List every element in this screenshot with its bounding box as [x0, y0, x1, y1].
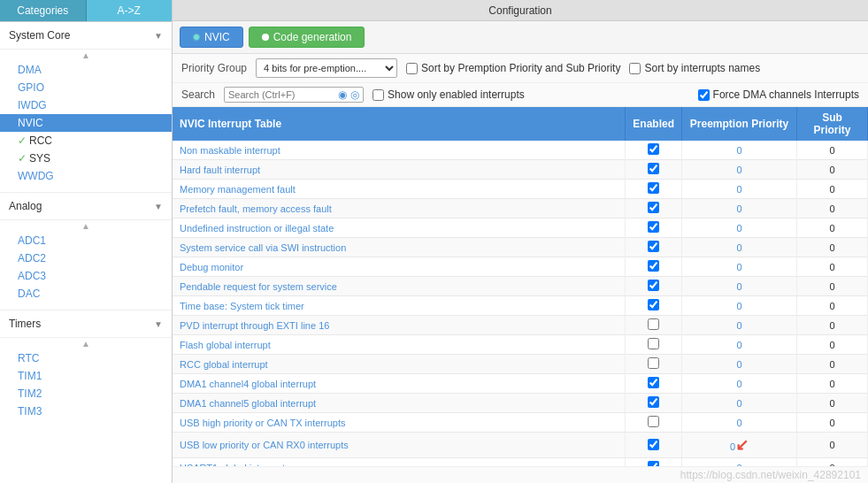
preemption-priority-cell: 0: [682, 458, 797, 467]
enabled-cell[interactable]: [626, 413, 682, 433]
interrupt-name-cell: Flash global interrupt: [173, 335, 626, 355]
tab-nvic[interactable]: NVIC: [180, 27, 243, 48]
enabled-cell[interactable]: [626, 316, 682, 335]
nvic-tabs-bar: NVIC Code generation: [173, 21, 868, 54]
preemption-priority-cell: 0: [682, 374, 797, 394]
enabled-cell[interactable]: [626, 180, 682, 199]
enabled-cell[interactable]: [626, 277, 682, 296]
sort-names-checkbox[interactable]: [629, 63, 641, 74]
sub-priority-cell: 0: [797, 218, 868, 238]
show-enabled-checkbox[interactable]: [373, 89, 384, 101]
table-row: DMA1 channel4 global interrupt00: [173, 374, 868, 394]
sidebar-item-adc1[interactable]: ADC1: [0, 232, 172, 249]
enabled-cell[interactable]: [626, 335, 682, 355]
sub-priority-cell: 0: [797, 257, 868, 277]
sidebar-item-tim3[interactable]: TIM3: [0, 402, 172, 420]
show-enabled-checkbox-wrap[interactable]: Show only enabled interrupts: [373, 88, 525, 101]
sidebar-section-header-analog[interactable]: Analog ▼: [0, 192, 172, 220]
interrupt-name-cell: DMA1 channel5 global interrupt: [173, 394, 626, 413]
sub-priority-cell: 0: [797, 335, 868, 355]
search-prev-icon[interactable]: ◉: [338, 88, 347, 101]
sidebar-tab-categories[interactable]: Categories: [0, 0, 87, 21]
controls-row2: Search ◉ ◎ Show only enabled interrupts …: [173, 83, 868, 107]
sidebar-section-header-timers[interactable]: Timers ▼: [0, 310, 172, 338]
col-enabled: Enabled: [626, 107, 682, 141]
interrupt-name-cell: RCC global interrupt: [173, 355, 626, 374]
table-row: DMA1 channel5 global interrupt00: [173, 394, 868, 413]
sidebar-section-system-core: System Core ▼ ▲ DMA GPIO IWDG NVIC ✓ RCC…: [0, 22, 172, 185]
table-row: RCC global interrupt00: [173, 355, 868, 374]
sort-premption-checkbox-wrap[interactable]: Sort by Premption Priority and Sub Prior…: [406, 62, 620, 74]
tab-code-generation[interactable]: Code generation: [249, 27, 365, 48]
col-interrupt-name: NVIC Interrupt Table: [173, 107, 626, 141]
force-dma-checkbox[interactable]: [698, 89, 710, 101]
sidebar: Categories A->Z System Core ▼ ▲ DMA GPIO…: [0, 0, 173, 483]
preemption-priority-cell: 0: [682, 316, 797, 335]
priority-group-select[interactable]: 4 bits for pre-emption....: [256, 58, 397, 78]
preemption-priority-cell: 0: [682, 394, 797, 413]
sidebar-item-iwdg[interactable]: IWDG: [0, 96, 172, 114]
enabled-cell[interactable]: [626, 160, 682, 180]
sub-priority-cell: 0: [797, 277, 868, 296]
interrupt-name-cell: Time base: System tick timer: [173, 296, 626, 316]
chevron-down-icon: ▼: [154, 31, 163, 41]
enabled-cell[interactable]: [626, 238, 682, 257]
sidebar-item-adc2[interactable]: ADC2: [0, 249, 172, 267]
sub-priority-cell: 0: [797, 238, 868, 257]
scroll-arrow-up-timers[interactable]: ▲: [0, 338, 172, 349]
preemption-priority-cell: 0: [682, 180, 797, 199]
preemption-priority-cell: 0: [682, 141, 797, 160]
sidebar-item-rcc[interactable]: ✓ RCC: [0, 132, 172, 150]
table-row: USB low priority or CAN RX0 interrupts0↙…: [173, 433, 868, 458]
search-next-icon[interactable]: ◎: [350, 88, 359, 101]
interrupt-name-cell: DMA1 channel4 global interrupt: [173, 374, 626, 394]
enabled-cell[interactable]: [626, 433, 682, 458]
enabled-cell[interactable]: [626, 394, 682, 413]
enabled-cell[interactable]: [626, 257, 682, 277]
sidebar-item-adc3[interactable]: ADC3: [0, 267, 172, 285]
sidebar-item-dma[interactable]: DMA: [0, 61, 172, 79]
sidebar-item-gpio[interactable]: GPIO: [0, 79, 172, 96]
sidebar-item-dac[interactable]: DAC: [0, 285, 172, 303]
sidebar-item-rtc[interactable]: RTC: [0, 349, 172, 367]
sort-premption-checkbox[interactable]: [406, 63, 418, 74]
col-preemption-priority: Preemption Priority: [682, 107, 797, 141]
preemption-priority-cell: 0: [682, 238, 797, 257]
search-input[interactable]: [228, 89, 334, 100]
preemption-priority-cell: 0: [682, 335, 797, 355]
sidebar-item-sys[interactable]: ✓ SYS: [0, 150, 172, 167]
sidebar-tab-atoz[interactable]: A->Z: [87, 0, 173, 21]
sub-priority-cell: 0: [797, 160, 868, 180]
table-row: System service call via SWI instruction0…: [173, 238, 868, 257]
sidebar-item-tim1[interactable]: TIM1: [0, 367, 172, 385]
enabled-cell[interactable]: [626, 199, 682, 218]
scroll-arrow-up-analog[interactable]: ▲: [0, 220, 172, 232]
table-wrap: NVIC Interrupt Table Enabled Preemption …: [173, 107, 868, 466]
enabled-cell[interactable]: [626, 218, 682, 238]
enabled-cell[interactable]: [626, 374, 682, 394]
force-dma-checkbox-wrap[interactable]: Force DMA channels Interrupts: [698, 88, 859, 101]
sidebar-item-wwdg[interactable]: WWDG: [0, 167, 172, 185]
search-label: Search: [181, 88, 215, 101]
sidebar-item-tim2[interactable]: TIM2: [0, 385, 172, 402]
enabled-cell[interactable]: [626, 355, 682, 374]
scroll-arrow-up[interactable]: ▲: [0, 50, 172, 61]
sidebar-section-header-system-core[interactable]: System Core ▼: [0, 22, 172, 50]
enabled-cell[interactable]: [626, 141, 682, 160]
table-row: Prefetch fault, memory access fault00: [173, 199, 868, 218]
enabled-cell[interactable]: [626, 296, 682, 316]
preemption-priority-cell: 0: [682, 413, 797, 433]
sub-priority-cell: 0: [797, 355, 868, 374]
sub-priority-cell: 0: [797, 394, 868, 413]
interrupt-name-cell: USB high priority or CAN TX interrupts: [173, 413, 626, 433]
enabled-cell[interactable]: [626, 458, 682, 467]
table-row: Pendable request for system service00: [173, 277, 868, 296]
interrupt-name-cell: Memory management fault: [173, 180, 626, 199]
table-row: Debug monitor00: [173, 257, 868, 277]
sidebar-section-analog: Analog ▼ ▲ ADC1 ADC2 ADC3 DAC: [0, 192, 172, 303]
sub-priority-cell: 0: [797, 180, 868, 199]
sort-names-checkbox-wrap[interactable]: Sort by interrupts names: [629, 62, 760, 74]
sub-priority-cell: 0: [797, 433, 868, 458]
sidebar-item-nvic[interactable]: NVIC: [0, 114, 172, 132]
table-row: PVD interrupt through EXTI line 1600: [173, 316, 868, 335]
